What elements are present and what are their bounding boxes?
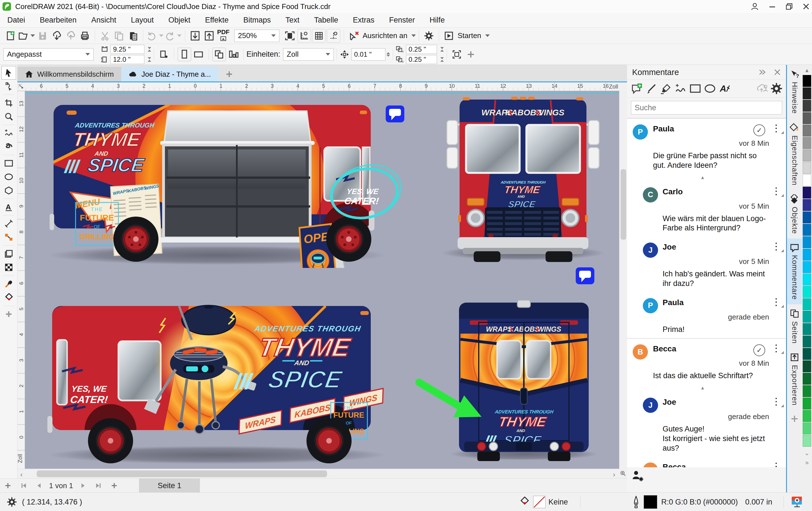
menu-item[interactable]: Bearbeiten xyxy=(40,16,77,25)
snap-off-icon[interactable] xyxy=(347,29,360,42)
palette-expand-icon[interactable]: » xyxy=(805,459,809,466)
color-swatch[interactable] xyxy=(803,286,811,298)
color-swatch[interactable] xyxy=(803,373,811,385)
add-docker-button[interactable] xyxy=(787,410,802,428)
menu-item[interactable]: Bitmaps xyxy=(243,16,271,25)
full-screen-preview-button[interactable] xyxy=(283,29,296,42)
color-swatch[interactable] xyxy=(803,199,811,211)
comment-menu-icon[interactable]: ⋮ xyxy=(772,186,781,196)
freehand-tool[interactable] xyxy=(1,126,16,140)
add-comment-icon[interactable] xyxy=(629,81,644,96)
outline-pen-icon[interactable] xyxy=(632,496,640,508)
zoom-tool[interactable] xyxy=(1,110,16,123)
comment-marker-2[interactable] xyxy=(576,267,594,284)
color-swatch[interactable] xyxy=(803,125,811,137)
resolve-check-icon[interactable]: ✓ xyxy=(753,124,765,136)
color-swatch[interactable] xyxy=(803,112,811,124)
redo-button[interactable] xyxy=(165,29,181,42)
vertical-ruler[interactable]: 131211109876543210 xyxy=(18,91,25,469)
ruler-origin[interactable] xyxy=(18,82,25,91)
comment[interactable]: J Joe ✓ ⋮ vor 5 Min Ich hab's geändert. … xyxy=(627,237,786,292)
comment-menu-icon[interactable]: ⋮ xyxy=(772,123,781,133)
color-swatch[interactable] xyxy=(803,249,811,261)
comment[interactable]: J Joe ✓ ⋮ gerade eben Gutes Auge! Ist ko… xyxy=(627,392,786,457)
nudge-field[interactable]: 0.01 " xyxy=(352,48,385,61)
comment-menu-icon[interactable]: ⋮ xyxy=(772,297,781,307)
comment[interactable]: B Becca ✓ ⋮ gerade eben Perfekt! xyxy=(627,457,786,467)
drop-shadow-tool[interactable] xyxy=(1,247,16,261)
menu-item[interactable]: Datei xyxy=(7,16,25,25)
maximize-button[interactable] xyxy=(785,3,793,10)
comment-menu-icon[interactable]: ⋮ xyxy=(772,461,781,467)
menu-item[interactable]: Hilfe xyxy=(430,16,445,25)
menu-item[interactable]: Text xyxy=(285,16,299,25)
zoom-level-combo[interactable]: 250% xyxy=(234,30,280,42)
scroll-right-arrow[interactable]: › xyxy=(613,471,615,479)
comment[interactable]: P Paula ✓ ⋮ gerade eben Prima! xyxy=(627,292,786,338)
comment-menu-icon[interactable]: ⋮ xyxy=(772,397,781,406)
color-swatch[interactable] xyxy=(803,162,811,174)
minimize-button[interactable] xyxy=(768,3,776,10)
text-tool[interactable]: A xyxy=(1,200,16,214)
options-gear-button[interactable] xyxy=(422,29,435,42)
save-button[interactable] xyxy=(36,29,49,42)
user-account-icon[interactable] xyxy=(751,2,759,11)
annotation-arrow[interactable] xyxy=(419,382,482,417)
new-document-button[interactable] xyxy=(4,29,17,42)
outline-color-swatch[interactable] xyxy=(644,495,657,509)
import-button[interactable] xyxy=(188,29,202,42)
menu-item[interactable]: Ansicht xyxy=(91,16,116,25)
color-swatch[interactable] xyxy=(803,224,811,236)
comment-menu-icon[interactable]: ⋮ xyxy=(772,242,781,251)
menu-item[interactable]: Tabelle xyxy=(314,16,338,25)
docker-tab-exportieren[interactable]: Exportieren xyxy=(787,348,802,410)
add-page-button-left[interactable] xyxy=(4,482,11,489)
copy-button[interactable] xyxy=(113,29,125,42)
new-tab-button[interactable] xyxy=(218,67,240,82)
units-combo[interactable]: Zoll xyxy=(283,48,334,61)
ellipse-tool[interactable] xyxy=(1,170,16,183)
color-swatch[interactable] xyxy=(803,311,811,322)
collaboration-cloud-icon[interactable] xyxy=(754,81,769,96)
comment-marker-1[interactable] xyxy=(386,106,404,122)
landscape-button[interactable] xyxy=(192,48,205,61)
comment-settings-gear-icon[interactable] xyxy=(769,81,784,96)
resolve-check-icon[interactable]: ✓ xyxy=(753,344,765,356)
shape-tool[interactable] xyxy=(1,80,16,93)
snap-label[interactable]: Ausrichten an xyxy=(362,31,407,40)
highlighter-icon[interactable] xyxy=(659,81,673,96)
last-page-button[interactable] xyxy=(95,483,102,489)
pick-tool[interactable] xyxy=(1,66,16,80)
open-from-cloud-button[interactable] xyxy=(50,29,63,42)
portrait-button[interactable] xyxy=(178,48,191,61)
show-rulers-button[interactable] xyxy=(297,29,311,42)
page-height-spinner[interactable] xyxy=(148,57,151,62)
color-swatch[interactable] xyxy=(803,149,811,161)
drawing-canvas[interactable]: ADVENTURES THROUGH THYME AND SPICE MENU … xyxy=(25,91,619,469)
close-panel-icon[interactable] xyxy=(774,68,781,76)
color-swatch[interactable] xyxy=(803,174,811,186)
page-size-preset-combo[interactable]: Angepasst xyxy=(3,48,94,61)
rectangle-annotation-icon[interactable] xyxy=(688,81,703,96)
nudge-spinner[interactable] xyxy=(386,52,390,57)
launch-caret[interactable] xyxy=(485,34,490,37)
color-swatch[interactable] xyxy=(803,323,811,335)
docker-tab-hinweise[interactable]: ? Hinweise xyxy=(787,65,802,118)
horizontal-scrollbar[interactable]: ‹ › xyxy=(18,469,619,479)
comment[interactable]: B Becca ✓ ⋮ vor 8 Min Ist das die aktuel… xyxy=(627,338,786,385)
fill-color-swatch[interactable] xyxy=(533,496,546,508)
color-swatch[interactable] xyxy=(803,274,811,285)
comment-menu-icon[interactable]: ⋮ xyxy=(772,343,781,353)
paste-button[interactable] xyxy=(126,29,140,42)
color-swatch[interactable] xyxy=(803,211,811,223)
color-swatch[interactable] xyxy=(803,410,811,422)
all-pages-button[interactable] xyxy=(212,48,226,61)
color-swatch[interactable] xyxy=(803,137,811,149)
color-swatch[interactable] xyxy=(803,75,811,87)
duplicate-y-field[interactable]: 0.25 " xyxy=(406,55,437,64)
text-annotation-icon[interactable]: A xyxy=(717,81,732,96)
export-button[interactable] xyxy=(203,29,216,42)
collaborators-settings-icon[interactable] xyxy=(632,470,644,482)
dimension-tool[interactable] xyxy=(1,217,16,230)
menu-item[interactable]: Fenster xyxy=(389,16,415,25)
